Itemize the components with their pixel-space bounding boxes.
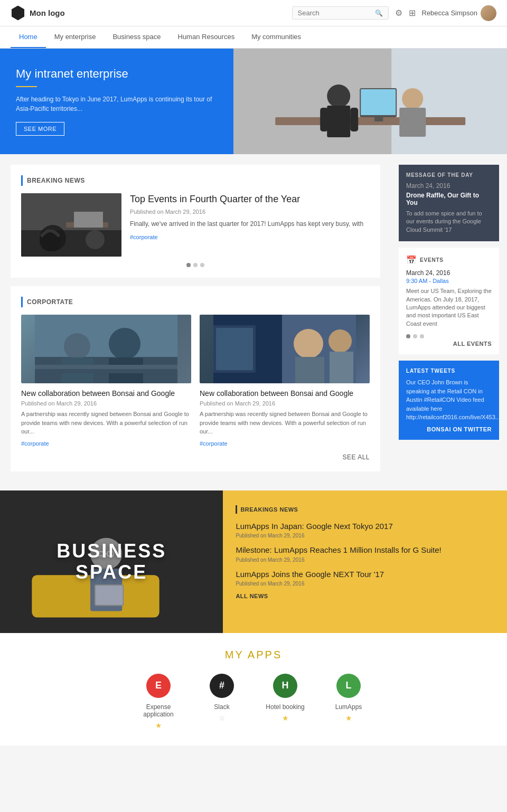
search-box[interactable]: 🔍 bbox=[292, 6, 389, 20]
event-dot-2[interactable] bbox=[413, 334, 417, 338]
news-article-tag[interactable]: #corporate bbox=[130, 234, 158, 240]
corporate-grid: New collaboration between Bonsai and Goo… bbox=[21, 315, 370, 447]
news-image bbox=[21, 193, 121, 257]
tweets-text: Our CEO John Brown is speaking at the Re… bbox=[406, 378, 492, 422]
event-dot-3[interactable] bbox=[420, 334, 424, 338]
svg-rect-33 bbox=[330, 352, 353, 383]
corp-card-2-image bbox=[200, 315, 370, 383]
gear-icon[interactable]: ⚙ bbox=[395, 8, 402, 18]
user-name: Rebecca Simpson bbox=[422, 9, 478, 17]
my-apps-title: MY APPS bbox=[11, 649, 496, 661]
logo-icon bbox=[11, 6, 25, 21]
message-of-day-card: MESSAGE OF THE DAY March 24, 2016 Drone … bbox=[399, 165, 499, 241]
grid-icon[interactable]: ⊞ bbox=[409, 8, 416, 18]
news-article-text: Finally, we've arrived in the last quart… bbox=[130, 219, 370, 229]
logo-text: Mon logo bbox=[30, 8, 65, 17]
app-icon-lumapps: L bbox=[336, 674, 361, 698]
hero-banner: My intranet enterprise After heading to … bbox=[0, 49, 507, 154]
dot-2[interactable] bbox=[193, 263, 198, 267]
corp-card-2: New collaboration between Bonsai and Goo… bbox=[200, 315, 370, 447]
events-card: 📅 EVENTS March 24, 2016 9:30 AM - Dallas… bbox=[399, 248, 499, 354]
app-name-hotel: Hotel booking bbox=[266, 703, 304, 711]
bonsai-twitter-link[interactable]: BONSAI ON TWITTER bbox=[406, 426, 492, 432]
svg-point-30 bbox=[294, 329, 323, 358]
dot-1[interactable] bbox=[186, 263, 191, 267]
svg-rect-10 bbox=[361, 89, 396, 115]
app-star-expense[interactable]: ★ bbox=[155, 721, 162, 730]
avatar-image bbox=[481, 5, 496, 21]
hero-bg bbox=[233, 49, 507, 154]
svg-point-23 bbox=[109, 328, 140, 360]
app-icon-slack: # bbox=[210, 674, 234, 698]
all-news-link[interactable]: ALL NEWS bbox=[236, 593, 494, 599]
news-img-svg bbox=[21, 193, 121, 257]
tweets-card: LATEST TWEETS Our CEO John Brown is spea… bbox=[399, 361, 499, 440]
corp-card-1: New collaboration between Bonsai and Goo… bbox=[21, 315, 191, 447]
breaking-news-title: BREAKING NEWS bbox=[27, 177, 85, 184]
business-space-overlay: BUSINESSSPACE bbox=[57, 541, 166, 582]
corp-card-1-tag[interactable]: #corporate bbox=[21, 440, 49, 447]
breaking-news-header: BREAKING NEWS bbox=[21, 175, 370, 186]
hero-title: My intranet enterprise bbox=[16, 67, 218, 81]
apps-grid: E Expense application ★ # Slack ☆ H Hote… bbox=[11, 674, 496, 730]
hero-illustration bbox=[233, 49, 507, 154]
app-star-hotel[interactable]: ★ bbox=[282, 714, 289, 722]
corporate-section: CORPORTATE bbox=[11, 286, 380, 471]
events-dots bbox=[406, 334, 492, 338]
nav-item-enterprise[interactable]: My enterprise bbox=[46, 26, 105, 48]
app-item-lumapps: L LumApps ★ bbox=[327, 674, 370, 730]
corp-card-1-date: Published on March 29, 2016 bbox=[21, 400, 191, 407]
events-title: EVENTS bbox=[420, 257, 444, 263]
business-space-section: BUSINESSSPACE BREAKINGS NEWS LumApps In … bbox=[0, 490, 507, 633]
hero-description: After heading to Tokyo in June 2017, Lum… bbox=[16, 95, 218, 114]
svg-rect-31 bbox=[295, 357, 324, 383]
see-all-button[interactable]: SEE ALL bbox=[21, 454, 370, 461]
svg-rect-26 bbox=[35, 369, 177, 373]
app-name-expense: Expense application bbox=[137, 703, 180, 718]
svg-rect-2 bbox=[275, 117, 465, 125]
my-apps-section: MY APPS E Expense application ★ # Slack … bbox=[0, 633, 507, 745]
svg-point-3 bbox=[327, 84, 350, 108]
biz-news-2-title[interactable]: Milestone: LumApps Reaches 1 Million Ins… bbox=[236, 545, 494, 555]
events-header-row: 📅 EVENTS bbox=[406, 255, 492, 265]
header-right: 🔍 ⚙ ⊞ Rebecca Simpson bbox=[292, 5, 497, 21]
search-input[interactable] bbox=[298, 9, 372, 17]
message-title: MESSAGE OF THE DAY bbox=[406, 172, 492, 178]
nav-item-business[interactable]: Business space bbox=[104, 26, 169, 48]
breaking-bar bbox=[236, 505, 237, 514]
news-card: Top Events in Fourth Quarter of the Year… bbox=[21, 193, 370, 257]
event-date: March 24, 2016 bbox=[406, 269, 492, 277]
corp-card-2-tag[interactable]: #corporate bbox=[200, 440, 228, 447]
app-name-slack: Slack bbox=[214, 703, 229, 711]
nav-item-communities[interactable]: My communities bbox=[243, 26, 309, 48]
app-star-slack[interactable]: ☆ bbox=[219, 714, 226, 722]
corp-card-2-text: A partnership was recently signed betwee… bbox=[200, 410, 370, 436]
app-star-lumapps[interactable]: ★ bbox=[345, 714, 352, 722]
search-icon: 🔍 bbox=[375, 10, 383, 17]
all-events-link[interactable]: ALL EVENTS bbox=[406, 341, 492, 347]
app-icon-hotel: H bbox=[273, 674, 297, 698]
dot-3[interactable] bbox=[200, 263, 204, 267]
svg-point-21 bbox=[64, 333, 90, 360]
section-bar-corp bbox=[21, 297, 23, 307]
user-area: Rebecca Simpson bbox=[422, 5, 497, 21]
svg-rect-6 bbox=[350, 108, 358, 131]
corp-card-2-title: New collaboration between Bonsai and Goo… bbox=[200, 389, 370, 398]
nav-item-hr[interactable]: Human Resources bbox=[170, 26, 243, 48]
navigation: Home My enterprise Business space Human … bbox=[0, 26, 507, 49]
biz-news-3-title[interactable]: LumApps Joins the Google NEXT Tour '17 bbox=[236, 569, 494, 580]
corp-card-1-title: New collaboration between Bonsai and Goo… bbox=[21, 389, 191, 398]
svg-rect-35 bbox=[216, 328, 253, 370]
msg-text: To add some spice and fun to our events … bbox=[406, 210, 492, 234]
hero-see-more-button[interactable]: SEE MORE bbox=[16, 122, 64, 136]
corp-img-1-svg bbox=[21, 315, 191, 383]
biz-news-1-title[interactable]: LumApps In Japan: Google Next Tokyo 2017 bbox=[236, 521, 494, 532]
hero-image bbox=[233, 49, 507, 154]
nav-item-home[interactable]: Home bbox=[11, 26, 46, 48]
biz-news-3-date: Published on March 29, 2016 bbox=[236, 581, 494, 587]
event-dot-1[interactable] bbox=[406, 334, 410, 338]
corp-card-1-image bbox=[21, 315, 191, 383]
corp-card-2-date: Published on March 29, 2016 bbox=[200, 400, 370, 407]
corp-img-2-svg bbox=[200, 315, 370, 383]
event-text: Meet our US Team, Exploring the Americas… bbox=[406, 287, 492, 328]
